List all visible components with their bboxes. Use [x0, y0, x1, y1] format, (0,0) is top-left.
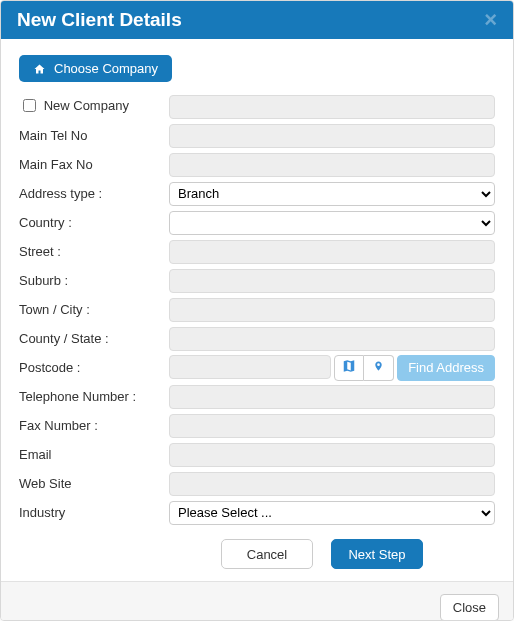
home-icon — [33, 63, 46, 75]
row-postcode: Postcode : — [19, 353, 495, 382]
row-town: Town / City : — [19, 295, 495, 324]
choose-company-button[interactable]: Choose Company — [19, 55, 172, 82]
label-website: Web Site — [19, 473, 169, 494]
next-step-button[interactable]: Next Step — [331, 539, 423, 569]
website-input[interactable] — [169, 472, 495, 496]
label-main-tel: Main Tel No — [19, 125, 169, 146]
label-town: Town / City : — [19, 299, 169, 320]
label-address-type: Address type : — [19, 183, 169, 204]
new-client-modal: New Client Details × Choose Company New … — [0, 0, 514, 621]
modal-title: New Client Details — [17, 9, 182, 31]
label-suburb: Suburb : — [19, 270, 169, 291]
row-website: Web Site — [19, 469, 495, 498]
label-email: Email — [19, 444, 169, 465]
row-main-fax: Main Fax No — [19, 150, 495, 179]
address-type-select[interactable]: Branch — [169, 182, 495, 206]
new-company-checkbox[interactable] — [23, 99, 36, 112]
fax-input[interactable] — [169, 414, 495, 438]
choose-company-label: Choose Company — [54, 61, 158, 76]
label-county: County / State : — [19, 328, 169, 349]
pin-icon-button[interactable] — [364, 355, 394, 381]
map-icon — [342, 359, 356, 376]
label-industry: Industry — [19, 502, 169, 523]
email-input[interactable] — [169, 443, 495, 467]
modal-footer: Close — [1, 581, 513, 621]
street-input[interactable] — [169, 240, 495, 264]
row-industry: Industry Please Select ... — [19, 498, 495, 527]
map-icon-group — [334, 355, 394, 381]
label-telephone: Telephone Number : — [19, 386, 169, 407]
close-icon[interactable]: × — [484, 9, 497, 31]
row-main-tel: Main Tel No — [19, 121, 495, 150]
telephone-input[interactable] — [169, 385, 495, 409]
row-county: County / State : — [19, 324, 495, 353]
row-email: Email — [19, 440, 495, 469]
row-fax: Fax Number : — [19, 411, 495, 440]
county-input[interactable] — [169, 327, 495, 351]
row-telephone: Telephone Number : — [19, 382, 495, 411]
row-new-company: New Company — [19, 92, 495, 121]
new-company-input[interactable] — [169, 95, 495, 119]
label-street: Street : — [19, 241, 169, 262]
country-select[interactable] — [169, 211, 495, 235]
main-fax-input[interactable] — [169, 153, 495, 177]
town-input[interactable] — [169, 298, 495, 322]
find-address-button[interactable]: Find Address — [397, 355, 495, 381]
label-fax: Fax Number : — [19, 415, 169, 436]
postcode-input[interactable] — [169, 355, 331, 379]
cancel-button[interactable]: Cancel — [221, 539, 313, 569]
map-icon-button[interactable] — [334, 355, 364, 381]
label-country: Country : — [19, 212, 169, 233]
industry-select[interactable]: Please Select ... — [169, 501, 495, 525]
map-pin-icon — [373, 359, 384, 376]
label-new-company: New Company — [19, 94, 169, 119]
action-row: Cancel Next Step — [19, 539, 495, 569]
main-tel-input[interactable] — [169, 124, 495, 148]
row-address-type: Address type : Branch — [19, 179, 495, 208]
row-country: Country : — [19, 208, 495, 237]
modal-body: Choose Company New Company Main Tel No M… — [1, 39, 513, 581]
suburb-input[interactable] — [169, 269, 495, 293]
close-button[interactable]: Close — [440, 594, 499, 621]
label-postcode: Postcode : — [19, 357, 169, 378]
row-street: Street : — [19, 237, 495, 266]
row-suburb: Suburb : — [19, 266, 495, 295]
label-main-fax: Main Fax No — [19, 154, 169, 175]
label-new-company-text: New Company — [44, 98, 129, 113]
modal-header: New Client Details × — [1, 1, 513, 39]
